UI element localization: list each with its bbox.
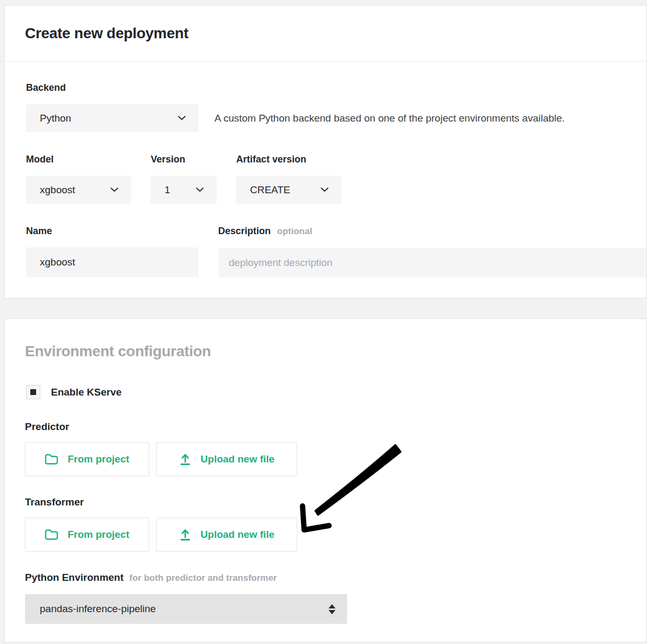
chevron-down-icon — [321, 187, 329, 192]
python-environment-label-row: Python Environment for both predictor an… — [25, 572, 646, 584]
model-select[interactable]: xgboost — [26, 176, 131, 204]
create-deployment-body: Backend Python A custom Python backend b… — [5, 62, 646, 298]
predictor-buttons-row: From project Upload new file — [25, 442, 646, 476]
checkbox-mark-icon — [30, 389, 36, 395]
transformer-upload-new-file-button[interactable]: Upload new file — [156, 518, 297, 552]
model-field-group: Model xgboost — [26, 153, 131, 204]
chevron-down-icon — [110, 187, 118, 192]
enable-kserve-row: Enable KServe — [26, 385, 646, 399]
description-optional-hint: optional — [277, 226, 312, 237]
version-select-value: 1 — [165, 184, 170, 196]
transformer-label: Transformer — [25, 496, 646, 508]
create-deployment-header: Create new deployment — [5, 6, 646, 62]
predictor-from-project-button[interactable]: From project — [25, 442, 149, 476]
description-field-group: Description optional — [218, 225, 646, 278]
description-label: Description — [218, 225, 271, 237]
predictor-upload-new-file-label: Upload new file — [201, 453, 274, 465]
transformer-from-project-button[interactable]: From project — [25, 518, 149, 552]
upload-icon — [179, 453, 192, 466]
name-input[interactable] — [26, 247, 199, 277]
transformer-from-project-label: From project — [67, 529, 129, 540]
version-select[interactable]: 1 — [151, 176, 217, 204]
environment-configuration-card: Environment configuration Enable KServe … — [4, 319, 647, 642]
artifact-version-field-group: Artifact version CREATE — [236, 153, 341, 204]
folder-icon — [45, 529, 58, 540]
backend-select-value: Python — [40, 113, 71, 124]
page: Create new deployment Backend Python A c… — [0, 5, 647, 644]
predictor-label: Predictor — [25, 421, 646, 433]
chevron-down-icon — [178, 116, 186, 121]
artifact-version-select-value: CREATE — [250, 184, 290, 196]
python-environment-label: Python Environment — [25, 572, 124, 583]
enable-kserve-checkbox[interactable] — [26, 385, 40, 399]
model-label: Model — [26, 153, 131, 165]
version-field-group: Version 1 — [151, 153, 217, 204]
predictor-upload-new-file-button[interactable]: Upload new file — [156, 442, 297, 476]
python-environment-hint: for both predictor and transformer — [130, 572, 277, 584]
unfold-more-icon — [329, 604, 335, 614]
backend-label: Backend — [26, 82, 646, 93]
backend-select[interactable]: Python — [26, 104, 199, 132]
transformer-buttons-row: From project Upload new file — [25, 518, 646, 552]
page-title: Create new deployment — [25, 25, 188, 42]
folder-icon — [45, 453, 58, 465]
upload-icon — [179, 528, 192, 541]
python-environment-select-value: pandas-inference-pipeline — [40, 603, 156, 615]
create-deployment-card: Create new deployment Backend Python A c… — [4, 5, 647, 298]
chevron-down-icon — [196, 187, 204, 192]
backend-description: A custom Python backend based on one of … — [214, 104, 565, 132]
name-label: Name — [26, 225, 199, 237]
transformer-upload-new-file-label: Upload new file — [201, 529, 274, 540]
python-environment-select[interactable]: pandas-inference-pipeline — [25, 594, 347, 624]
artifact-version-label: Artifact version — [236, 153, 341, 165]
predictor-from-project-label: From project — [67, 453, 129, 465]
model-select-value: xgboost — [40, 184, 75, 196]
enable-kserve-label: Enable KServe — [51, 387, 122, 398]
artifact-version-select[interactable]: CREATE — [236, 176, 341, 204]
version-label: Version — [151, 153, 217, 165]
name-field-group: Name — [26, 225, 199, 277]
environment-configuration-title: Environment configuration — [25, 319, 646, 360]
description-input[interactable] — [218, 248, 646, 278]
